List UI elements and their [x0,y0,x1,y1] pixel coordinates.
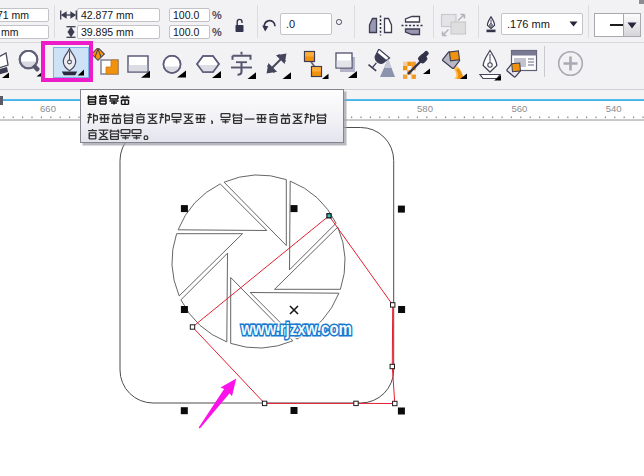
svg-text:www.rjzxw.com: www.rjzxw.com [240,319,352,339]
